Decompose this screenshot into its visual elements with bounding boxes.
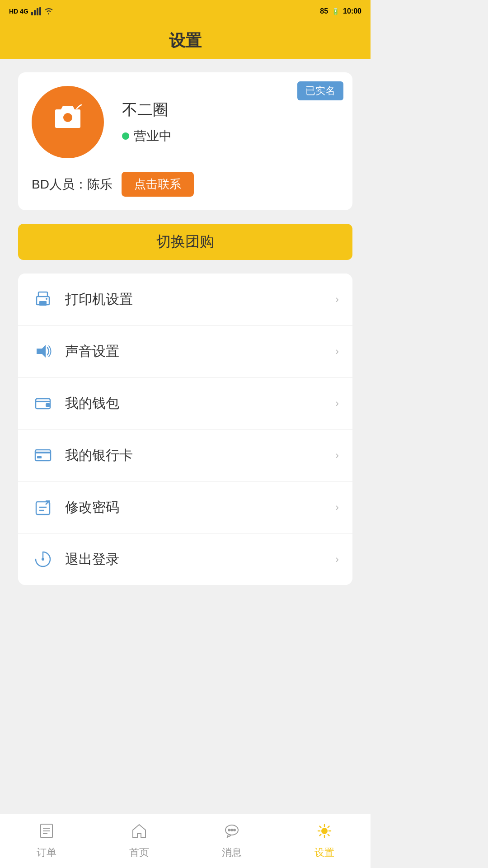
wallet-label: 我的钱包 xyxy=(65,394,335,413)
svg-point-26 xyxy=(234,829,235,831)
svg-marker-8 xyxy=(37,345,46,358)
bottom-nav: 订单 首页 消息 设置 xyxy=(0,814,371,868)
svg-rect-0 xyxy=(31,12,33,15)
messages-label: 消息 xyxy=(222,846,242,859)
time: 10:00 xyxy=(343,7,361,15)
profile-name: 不二圈 xyxy=(122,99,172,120)
menu-item-printer[interactable]: 打印机设置 › xyxy=(18,274,352,326)
printer-icon xyxy=(32,288,54,311)
main-content: 已实名 不二圈 营业中 BD人员：陈乐 xyxy=(0,59,371,675)
logout-label: 退出登录 xyxy=(65,550,335,569)
svg-rect-11 xyxy=(35,450,51,461)
page-header: 设置 xyxy=(0,23,371,59)
verified-badge: 已实名 xyxy=(297,81,343,100)
avatar xyxy=(32,86,104,158)
settings-icon xyxy=(316,823,333,843)
profile-status: 营业中 xyxy=(122,127,172,145)
svg-rect-3 xyxy=(39,7,41,15)
svg-point-17 xyxy=(42,558,44,561)
menu-item-sound[interactable]: 声音设置 › xyxy=(18,326,352,377)
profile-card: 已实名 不二圈 营业中 BD人员：陈乐 xyxy=(18,72,352,210)
profile-info: 不二圈 营业中 xyxy=(122,99,172,145)
wallet-arrow: › xyxy=(335,397,339,410)
sound-arrow: › xyxy=(335,345,339,358)
orders-icon xyxy=(38,823,55,843)
orders-label: 订单 xyxy=(37,846,56,859)
menu-item-password[interactable]: 修改密码 › xyxy=(18,481,352,533)
svg-rect-2 xyxy=(37,8,38,15)
status-text: 营业中 xyxy=(134,127,172,145)
battery-icon: 🔋 xyxy=(332,8,339,15)
bd-label: BD人员：陈乐 xyxy=(32,176,113,193)
printer-arrow: › xyxy=(335,293,339,306)
contact-button[interactable]: 点击联系 xyxy=(122,172,194,197)
settings-label: 设置 xyxy=(314,846,334,859)
status-right: 85 🔋 10:00 xyxy=(320,7,361,15)
page-title: 设置 xyxy=(169,30,202,52)
bankcard-label: 我的银行卡 xyxy=(65,446,335,465)
nav-item-orders[interactable]: 订单 xyxy=(0,818,93,864)
logout-arrow: › xyxy=(335,553,339,566)
battery-percent: 85 xyxy=(320,7,328,15)
profile-bottom: BD人员：陈乐 点击联系 xyxy=(32,172,339,197)
switch-group-buy-button[interactable]: 切换团购 xyxy=(18,224,352,260)
svg-point-27 xyxy=(321,828,328,834)
svg-point-4 xyxy=(63,113,72,122)
nav-item-messages[interactable]: 消息 xyxy=(185,818,278,864)
signal-icon xyxy=(31,7,41,15)
messages-icon xyxy=(224,823,240,843)
svg-rect-12 xyxy=(37,456,42,458)
home-label: 首页 xyxy=(129,846,149,859)
svg-rect-1 xyxy=(34,10,36,15)
status-dot xyxy=(122,132,129,140)
printer-label: 打印机设置 xyxy=(65,290,335,309)
svg-rect-13 xyxy=(36,502,50,514)
password-label: 修改密码 xyxy=(65,498,335,517)
hd-label: HD 4G xyxy=(9,8,28,15)
bankcard-arrow: › xyxy=(335,449,339,462)
svg-rect-6 xyxy=(39,301,47,306)
bankcard-icon xyxy=(32,444,54,467)
nav-item-settings[interactable]: 设置 xyxy=(278,818,371,864)
svg-point-7 xyxy=(46,298,47,300)
svg-point-25 xyxy=(231,829,233,831)
logout-icon xyxy=(32,548,54,571)
password-arrow: › xyxy=(335,501,339,514)
svg-rect-10 xyxy=(46,403,50,407)
profile-top: 不二圈 营业中 xyxy=(32,86,339,158)
wifi-icon xyxy=(44,8,54,15)
status-left: HD 4G xyxy=(9,7,54,15)
menu-item-wallet[interactable]: 我的钱包 › xyxy=(18,377,352,429)
avatar-icon xyxy=(50,100,86,144)
menu-card: 打印机设置 › 声音设置 › xyxy=(18,274,352,585)
menu-item-bankcard[interactable]: 我的银行卡 › xyxy=(18,429,352,481)
menu-item-logout[interactable]: 退出登录 › xyxy=(18,533,352,585)
nav-item-home[interactable]: 首页 xyxy=(93,818,185,864)
wallet-icon xyxy=(32,392,54,415)
sound-icon xyxy=(32,340,54,363)
password-icon xyxy=(32,496,54,519)
status-bar: HD 4G 85 🔋 10:00 xyxy=(0,0,371,23)
svg-point-24 xyxy=(228,829,230,831)
sound-label: 声音设置 xyxy=(65,342,335,361)
home-icon xyxy=(131,823,147,843)
